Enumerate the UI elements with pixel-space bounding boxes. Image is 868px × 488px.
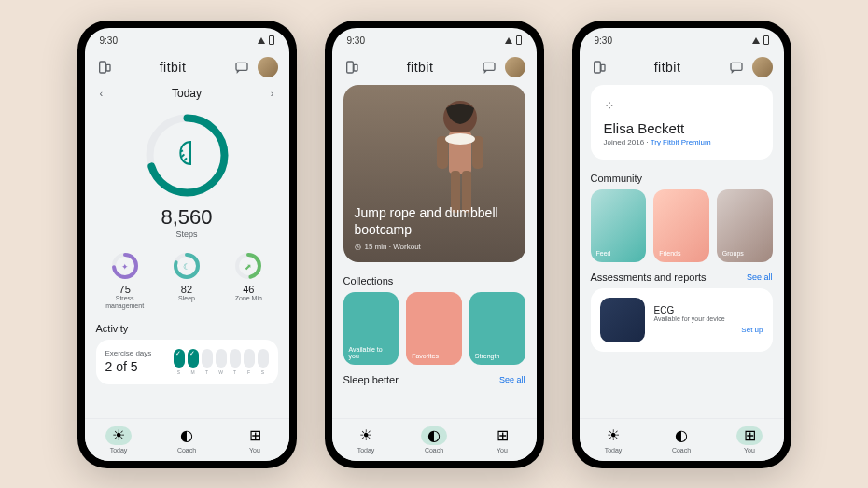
avatar[interactable] bbox=[752, 57, 773, 77]
app-header: fitbit bbox=[85, 53, 289, 81]
sun-icon: ☀ bbox=[105, 426, 132, 445]
prev-day[interactable]: ‹ bbox=[100, 88, 104, 99]
community-row: Feed Friends Groups bbox=[591, 189, 773, 262]
profile-subtitle: Joined 2016 · Try Fitbit Premium bbox=[604, 138, 760, 146]
svg-text:☾: ☾ bbox=[183, 262, 190, 272]
svg-rect-2 bbox=[236, 63, 247, 70]
svg-text:✦: ✦ bbox=[121, 262, 129, 272]
svg-rect-16 bbox=[483, 63, 495, 70]
svg-point-23 bbox=[445, 133, 475, 145]
signal-icon bbox=[258, 37, 265, 44]
bottom-nav: ☀Today ◐Coach ⊞You bbox=[580, 418, 784, 461]
stress-metric[interactable]: ✦ 75 Stressmanagement bbox=[96, 252, 154, 311]
battery-icon bbox=[763, 35, 769, 45]
devices-icon[interactable] bbox=[96, 59, 113, 76]
app-header: fitbit bbox=[580, 53, 784, 81]
steps-label: Steps bbox=[96, 230, 278, 239]
chat-icon[interactable] bbox=[481, 59, 497, 76]
status-bar: 9:30 bbox=[580, 28, 784, 53]
week-dots: S M T W T F S bbox=[174, 349, 269, 375]
activity-heading: Activity bbox=[96, 323, 278, 334]
assessments-heading: Assessments and reports bbox=[591, 272, 707, 283]
next-day[interactable]: › bbox=[271, 88, 274, 99]
avatar[interactable] bbox=[258, 57, 278, 77]
devices-icon[interactable] bbox=[591, 59, 608, 76]
svg-text:⬈: ⬈ bbox=[245, 262, 252, 272]
phone-coach: 9:30 fitbit Jump rope and dumbbell bootc… bbox=[325, 21, 544, 468]
mini-metrics: ✦ 75 Stressmanagement ☾ 82 Sleep ⬈ 46 Zo… bbox=[96, 252, 278, 311]
collection-available[interactable]: Available to you bbox=[343, 292, 399, 365]
battery-icon bbox=[516, 35, 522, 45]
nav-today[interactable]: ☀Today bbox=[332, 426, 400, 453]
hero-meta: ◷15 min · Workout bbox=[355, 243, 514, 251]
nav-you[interactable]: ⊞You bbox=[469, 426, 537, 453]
zone-metric[interactable]: ⬈ 46 Zone Min bbox=[219, 252, 277, 311]
steps-value: 8,560 bbox=[96, 205, 278, 230]
community-groups[interactable]: Groups bbox=[717, 189, 773, 262]
sleep-metric[interactable]: ☾ 82 Sleep bbox=[158, 252, 216, 311]
sleep-heading: Sleep better bbox=[343, 374, 399, 385]
sun-icon: ☀ bbox=[353, 426, 379, 445]
nav-coach[interactable]: ◐Coach bbox=[400, 426, 469, 453]
community-friends[interactable]: Friends bbox=[653, 189, 709, 262]
svg-rect-24 bbox=[594, 62, 600, 73]
shoe-icon bbox=[172, 138, 202, 172]
devices-icon[interactable] bbox=[343, 59, 360, 76]
see-all-link[interactable]: See all bbox=[499, 375, 525, 384]
see-all-link[interactable]: See all bbox=[747, 272, 773, 282]
collection-strength[interactable]: Strength bbox=[469, 292, 525, 365]
collections-row: Available to you Favorites Strength bbox=[343, 292, 525, 365]
status-time: 9:30 bbox=[100, 35, 118, 46]
bottom-nav: ☀Today ◐Coach ⊞You bbox=[332, 418, 537, 461]
date-label: Today bbox=[172, 87, 202, 100]
grid-icon: ⊞ bbox=[489, 426, 515, 445]
community-heading: Community bbox=[591, 173, 773, 184]
status-bar: 9:30 bbox=[85, 28, 289, 53]
signal-icon bbox=[752, 37, 760, 44]
avatar[interactable] bbox=[505, 57, 525, 77]
battery-icon bbox=[269, 35, 274, 45]
chat-icon[interactable] bbox=[233, 59, 250, 76]
nav-you[interactable]: ⊞You bbox=[716, 426, 784, 453]
svg-rect-26 bbox=[731, 63, 742, 70]
phone-you: 9:30 fitbit ⁘ Elisa Beckett Joined 2016 … bbox=[572, 21, 791, 468]
whistle-icon: ◐ bbox=[421, 426, 447, 445]
whistle-icon: ◐ bbox=[174, 426, 200, 445]
svg-rect-1 bbox=[106, 64, 110, 71]
nav-coach[interactable]: ◐Coach bbox=[153, 426, 221, 453]
whistle-icon: ◐ bbox=[668, 426, 694, 445]
svg-rect-0 bbox=[99, 62, 105, 73]
collection-favorites[interactable]: Favorites bbox=[406, 292, 462, 365]
steps-ring[interactable] bbox=[96, 111, 278, 200]
app-title: fitbit bbox=[160, 60, 187, 75]
steps-display: 8,560 Steps bbox=[96, 205, 278, 239]
exercise-card[interactable]: Exercise days 2 of 5 S M T W T F S bbox=[96, 340, 278, 384]
profile-card[interactable]: ⁘ Elisa Beckett Joined 2016 · Try Fitbit… bbox=[591, 85, 773, 160]
bottom-nav: ☀Today ◐Coach ⊞You bbox=[85, 418, 289, 461]
signal-icon bbox=[505, 37, 512, 44]
svg-rect-15 bbox=[354, 64, 357, 71]
ecg-thumbnail bbox=[600, 298, 645, 342]
setup-link[interactable]: Set up bbox=[654, 326, 763, 334]
svg-rect-14 bbox=[346, 62, 353, 73]
profile-name: Elisa Beckett bbox=[604, 120, 760, 136]
premium-link[interactable]: Try Fitbit Premium bbox=[651, 138, 711, 146]
workout-hero[interactable]: Jump rope and dumbbell bootcamp ◷15 min … bbox=[343, 85, 525, 262]
svg-rect-25 bbox=[601, 64, 605, 71]
community-feed[interactable]: Feed bbox=[591, 189, 647, 262]
phone-today: 9:30 fitbit ‹ Today › 8,560 Steps ✦ bbox=[77, 21, 297, 468]
ecg-card[interactable]: ECG Available for your device Set up bbox=[591, 288, 773, 352]
app-header: fitbit bbox=[332, 53, 537, 81]
nav-you[interactable]: ⊞You bbox=[221, 426, 289, 453]
chat-icon[interactable] bbox=[728, 59, 745, 76]
nav-today[interactable]: ☀Today bbox=[85, 426, 153, 453]
date-nav: ‹ Today › bbox=[96, 81, 278, 105]
clock-icon: ◷ bbox=[355, 243, 361, 251]
grid-icon: ⊞ bbox=[242, 426, 268, 445]
fitbit-logo-icon: ⁘ bbox=[604, 98, 760, 113]
hero-title: Jump rope and dumbbell bootcamp bbox=[355, 204, 514, 238]
nav-coach[interactable]: ◐Coach bbox=[648, 426, 716, 453]
nav-today[interactable]: ☀Today bbox=[580, 426, 648, 453]
status-bar: 9:30 bbox=[332, 28, 537, 53]
collections-heading: Collections bbox=[343, 275, 525, 286]
